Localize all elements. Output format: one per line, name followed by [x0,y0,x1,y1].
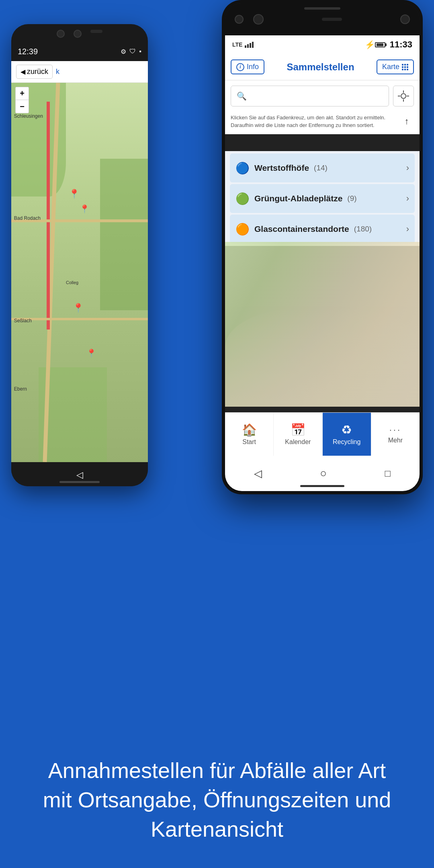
tab-start-label: Start [242,438,256,446]
back-status-icons: ⚙ 🛡 ▪ [121,48,141,55]
phone-front: LTE ⚡ 11:33 [222,0,423,494]
shield-icon: 🛡 [129,48,136,55]
nav-recent-icon[interactable]: □ [385,468,391,479]
list-label-3: Glascontainerstandorte [254,224,349,234]
recycling-icon: ♻ [341,423,352,437]
tab-kalender-label: Kalender [285,438,311,446]
back-nav-secondary: k [56,68,59,76]
calendar-icon: 📅 [291,423,305,437]
more-dots-icon: ··· [389,425,401,435]
sort-arrow-button[interactable]: ↑ [399,114,414,129]
chip-icon: ▪ [139,48,141,55]
grid-icon [402,64,408,70]
city-ebern: Ebern [14,386,27,392]
pin-blue-icon: 🔵 [235,162,250,175]
list-item-wertstoffhoefe[interactable]: 🔵 Wertstoffhöfe (14) › [230,154,415,182]
city-schleusingen: Schleusingen [14,113,43,119]
tab-mehr-label: Mehr [388,437,403,444]
map-pin-blue-2: 📍 [80,204,90,214]
bottom-text: Annahmestellen für Abfälle aller Art mit… [43,758,391,841]
list-label-1: Wertstoffhöfe [254,163,309,173]
info-button-label: Info [247,63,259,71]
status-time: 11:33 [390,39,412,50]
nav-back-icon[interactable]: ◁ [254,467,262,480]
front-cameras [235,14,264,25]
map-road-red [47,102,50,329]
battery-charge-icon: ⚡ [365,40,375,49]
zoom-in-button[interactable]: + [16,87,29,100]
back-nav-back-icon[interactable]: ◁ [76,470,83,480]
front-status-bar: LTE ⚡ 11:33 [225,35,420,54]
bottom-description: Annahmestellen für Abfälle aller Art mit… [0,756,434,844]
signal-bars [245,42,254,48]
front-cam-dot-2 [253,14,264,25]
city-bad-rodach: Bad Rodach [14,215,41,221]
back-button-label: zurück [27,68,48,76]
tab-kalender[interactable]: 📅 Kalender [274,413,322,456]
back-button[interactable]: ◀ zurück [16,65,53,79]
nav-home-icon[interactable]: ○ [320,467,327,480]
battery-cap [385,43,387,46]
tab-recycling[interactable]: ♻ Recycling [323,413,371,456]
app-header: i Info Sammelstellen Karte [225,54,420,80]
list-item-left-3: 🟠 Glascontainerstandorte (180) [235,223,372,236]
sim-label: LTE [232,41,242,48]
search-input-container[interactable]: 🔍 [231,86,389,106]
phone-back: 12:39 ⚙ 🛡 ▪ ◀ zurück k Schleusingen [11,24,148,486]
map-road-h2 [11,318,148,320]
back-speaker [59,481,100,483]
info-button[interactable]: i Info [231,59,264,74]
phone-front-inner: LTE ⚡ 11:33 [225,3,420,491]
map-background: Schleusingen Bad Rodach Seßlach Ebern Co… [11,83,148,462]
list-label-2: Grüngut-Abladeplätze [254,194,342,203]
city-sesslach: Seßlach [14,318,32,323]
app-header-title: Sammelstellen [287,61,354,73]
city-colleg: Colleg [66,280,78,285]
map-forest-2 [100,159,148,311]
battery-container: ⚡ [365,40,387,49]
list-item-gruengut[interactable]: 🟢 Grüngut-Abladeplätze (9) › [230,184,415,213]
back-status-bar: 12:39 ⚙ 🛡 ▪ [11,42,148,61]
front-cam-dot-3 [400,14,410,24]
list-count-3: (180) [354,225,372,233]
map-view[interactable]: Schleusingen Bad Rodach Seßlach Ebern Co… [11,83,148,462]
back-nav-bar: ◀ zurück k [11,61,148,83]
hands-overlay [225,308,420,407]
crosshair-icon [398,90,409,102]
karte-button-label: Karte [382,63,399,71]
tab-recycling-label: Recycling [333,438,360,446]
map-pin-blue-1: 📍 [69,189,80,199]
svg-point-0 [401,94,406,98]
list-items-section: 🔵 Wertstoffhöfe (14) › 🟢 Grüngut-Abladep… [225,151,420,246]
list-item-glascontainer[interactable]: 🟠 Glascontainerstandorte (180) › [230,215,415,244]
pin-green-icon: 🟢 [235,192,250,205]
search-icon: 🔍 [237,91,247,101]
list-count-1: (14) [314,164,328,172]
bottom-tab-bar: 🏠 Start 📅 Kalender ♻ Recycling ··· Mehr [225,412,420,456]
status-right: ⚡ 11:33 [365,39,412,50]
back-camera-area [57,30,102,38]
front-speaker-top [304,7,340,10]
info-hint-text: Klicken Sie auf das Fadenkreuz, um den a… [231,114,395,129]
list-count-2: (9) [347,194,356,203]
list-item-left-1: 🔵 Wertstoffhöfe (14) [235,162,328,175]
settings-icon: ⚙ [121,48,126,55]
map-pin-green-1: 📍 [73,303,84,313]
karte-button[interactable]: Karte [377,59,414,74]
zoom-out-button[interactable]: − [16,100,29,113]
tab-start[interactable]: 🏠 Start [225,413,274,456]
status-left: LTE [232,41,254,48]
list-item-left-2: 🟢 Grüngut-Abladeplätze (9) [235,192,357,205]
battery-body [375,42,385,47]
map-zoom-controls: + − [15,87,29,113]
back-cam-2 [74,30,82,38]
tab-mehr[interactable]: ··· Mehr [371,413,420,456]
back-arrow-icon: ◀ [20,68,25,76]
chevron-right-3: › [406,224,409,234]
front-sensor [322,18,342,21]
back-status-time: 12:39 [18,47,38,56]
front-speaker-bottom [300,485,344,487]
map-pin-green-2: 📍 [86,348,96,358]
chevron-right-1: › [406,163,409,173]
location-crosshair-button[interactable] [393,86,414,106]
